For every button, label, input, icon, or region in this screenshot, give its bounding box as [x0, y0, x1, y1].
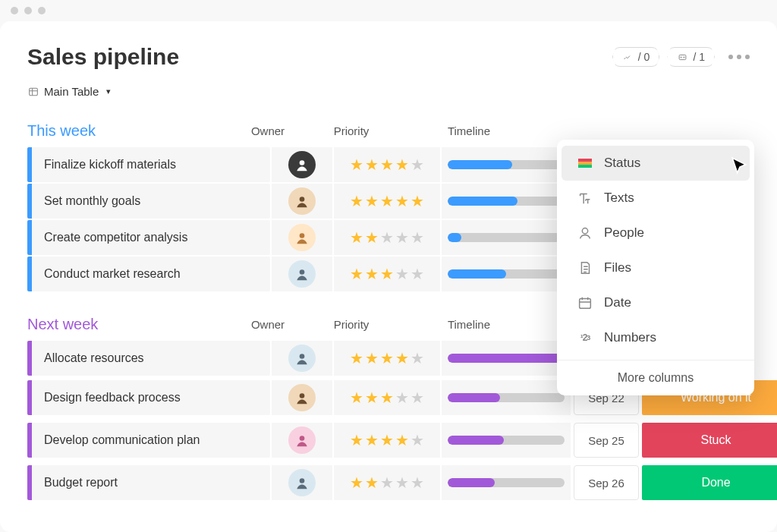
view-switcher[interactable]: Main Table ▾ — [27, 85, 750, 98]
star-icon: ★ — [365, 431, 379, 449]
svg-point-5 — [300, 197, 305, 202]
column-type-label: People — [604, 225, 644, 241]
owner-cell[interactable] — [272, 147, 332, 182]
task-name-cell[interactable]: Design feedback process — [27, 380, 270, 415]
automations-button[interactable]: / 1 — [667, 47, 715, 67]
star-icon: ★ — [380, 349, 394, 367]
numbers-icon: ¹23 — [577, 329, 593, 346]
table-row: Budget report ★★★★★ Sep 26 Done — [27, 462, 750, 503]
star-icon: ★ — [365, 192, 379, 210]
table-icon — [27, 86, 39, 98]
owner-cell[interactable] — [272, 423, 332, 458]
date-cell[interactable]: Sep 26 — [574, 465, 639, 500]
col-timeline: Timeline — [404, 318, 533, 331]
priority-cell[interactable]: ★★★★★ — [334, 257, 440, 291]
star-icon: ★ — [365, 349, 379, 367]
progress-fill — [448, 478, 495, 487]
group-header: This week Owner Priority Timeline — [27, 122, 750, 140]
svg-point-11 — [300, 478, 305, 483]
owner-cell[interactable] — [272, 184, 332, 219]
svg-point-7 — [300, 269, 305, 275]
column-type-people[interactable]: People — [562, 216, 750, 250]
svg-rect-13 — [580, 299, 591, 309]
progress-fill — [448, 160, 512, 169]
table-row: Develop communication plan ★★★★★ Sep 25 … — [27, 420, 750, 461]
progress-fill — [448, 436, 504, 445]
timeline-cell[interactable] — [442, 220, 571, 255]
calendar-icon — [577, 294, 593, 311]
task-name-cell[interactable]: Budget report — [27, 465, 270, 500]
column-type-status[interactable]: Status — [562, 146, 750, 181]
more-columns-button[interactable]: More columns — [557, 360, 754, 395]
progress-fill — [448, 269, 506, 279]
column-type-numbers[interactable]: ¹23 Numbers — [562, 320, 750, 355]
star-icon: ★ — [411, 265, 424, 283]
date-cell[interactable]: Sep 25 — [574, 423, 639, 458]
group-name[interactable]: This week — [27, 122, 96, 140]
column-type-label: Status — [604, 156, 640, 171]
column-type-files[interactable]: Files — [562, 250, 750, 285]
priority-cell[interactable]: ★★★★★ — [334, 341, 440, 376]
progress-track — [448, 160, 565, 169]
progress-track — [448, 197, 565, 206]
star-icon: ★ — [380, 389, 394, 407]
priority-cell[interactable]: ★★★★★ — [334, 147, 440, 182]
priority-cell[interactable]: ★★★★★ — [334, 465, 440, 500]
star-icon: ★ — [380, 265, 394, 283]
timeline-cell[interactable] — [442, 465, 571, 500]
owner-cell[interactable] — [272, 220, 332, 255]
owner-cell[interactable] — [272, 380, 332, 415]
column-type-texts[interactable]: Texts — [562, 181, 750, 216]
timeline-cell[interactable] — [442, 147, 571, 182]
col-owner: Owner — [238, 318, 298, 331]
priority-cell[interactable]: ★★★★★ — [334, 184, 440, 219]
column-type-label: Date — [604, 295, 631, 310]
view-name: Main Table — [44, 85, 99, 98]
column-type-date[interactable]: Date — [562, 285, 750, 320]
task-name-cell[interactable]: Allocate resources — [27, 341, 270, 376]
star-icon: ★ — [395, 474, 409, 492]
col-priority: Priority — [298, 318, 404, 331]
task-name-cell[interactable]: Finalize kickoff materials — [27, 147, 270, 182]
star-icon: ★ — [395, 228, 409, 247]
column-type-label: Numbers — [604, 330, 656, 345]
priority-cell[interactable]: ★★★★★ — [334, 220, 440, 255]
priority-cell[interactable]: ★★★★★ — [334, 380, 440, 415]
star-icon: ★ — [350, 349, 363, 367]
group-name[interactable]: Next week — [27, 316, 98, 333]
priority-cell[interactable]: ★★★★★ — [334, 423, 440, 458]
chevron-down-icon: ▾ — [106, 87, 111, 96]
timeline-cell[interactable] — [442, 184, 571, 219]
owner-cell[interactable] — [272, 257, 332, 291]
task-name-cell[interactable]: Create competitor analysis — [27, 220, 270, 255]
svg-rect-3 — [30, 88, 38, 95]
star-icon: ★ — [365, 265, 379, 283]
status-cell[interactable]: Stuck — [642, 423, 777, 458]
svg-point-9 — [300, 393, 305, 398]
timeline-cell[interactable] — [442, 341, 571, 376]
column-headers: Owner Priority Timeline — [238, 124, 750, 137]
status-cell[interactable]: Done — [642, 465, 777, 500]
automations-count: / 1 — [693, 51, 705, 63]
progress-track — [448, 478, 565, 487]
integrations-button[interactable]: / 0 — [612, 47, 660, 67]
page-title: Sales pipeline — [27, 44, 179, 70]
status-icon — [577, 155, 593, 172]
task-name-cell[interactable]: Set monthly goals — [27, 184, 270, 219]
star-icon: ★ — [411, 192, 424, 210]
owner-cell[interactable] — [272, 465, 332, 500]
progress-track — [448, 436, 565, 445]
more-menu-button[interactable] — [728, 55, 750, 59]
timeline-cell[interactable] — [442, 423, 571, 458]
task-name-cell[interactable]: Develop communication plan — [27, 423, 270, 458]
task-name-cell[interactable]: Conduct market research — [27, 257, 270, 291]
column-picker-popover: Status Texts People Files Date — [557, 140, 754, 395]
svg-point-4 — [300, 160, 305, 165]
star-icon: ★ — [395, 192, 409, 210]
owner-cell[interactable] — [272, 341, 332, 376]
svg-rect-0 — [680, 55, 687, 59]
file-icon — [577, 260, 593, 276]
timeline-cell[interactable] — [442, 380, 571, 415]
star-icon: ★ — [365, 156, 379, 174]
timeline-cell[interactable] — [442, 257, 571, 291]
